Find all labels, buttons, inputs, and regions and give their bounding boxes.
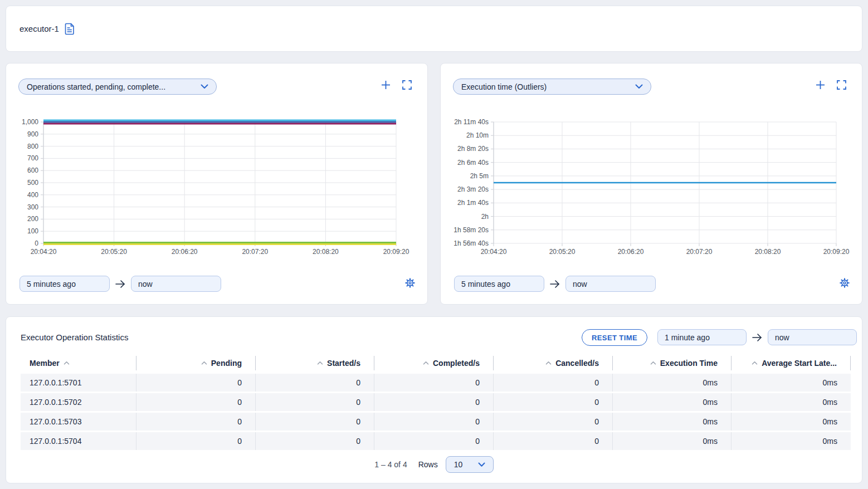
svg-text:20:08:20: 20:08:20 [755,248,781,256]
table-cell: 0 [256,374,374,392]
rows-per-page-select[interactable]: 10 [446,456,494,473]
sort-caret-icon [201,361,207,365]
metric-selector-value: Execution time (Outliers) [461,82,547,91]
table-cell: 0 [494,393,613,411]
executor-title-card: executor-1 [6,6,862,52]
table-row: 127.0.0.1:570300000ms0ms [21,413,851,431]
table-row: 127.0.0.1:570100000ms0ms [21,374,851,392]
svg-text:300: 300 [27,203,38,211]
operations-line-chart: 01002003004005006007008009001,00020:04:2… [9,116,425,262]
time-to-input[interactable] [565,276,656,292]
table-cell: 127.0.0.1:5704 [21,432,136,450]
arrow-right-icon [549,280,560,288]
table-body: 127.0.0.1:570100000ms0ms127.0.0.1:570200… [21,374,851,452]
stats-time-from-input[interactable] [657,329,747,345]
svg-text:20:04:20: 20:04:20 [481,248,507,256]
reset-time-button[interactable]: RESET TIME [582,329,647,346]
sort-caret-icon [64,361,70,365]
table-cell: 0ms [613,393,732,411]
column-header-pending[interactable]: Pending [136,356,256,370]
svg-text:900: 900 [27,130,38,138]
column-header-average-start-late[interactable]: Average Start Late... [732,356,851,370]
add-chart-icon[interactable] [381,80,391,90]
column-header-cancelled-s[interactable]: Cancelled/s [494,356,613,370]
svg-text:20:08:20: 20:08:20 [313,248,339,256]
svg-text:800: 800 [27,143,38,150]
column-header-label: Cancelled/s [555,359,599,368]
table-cell: 127.0.0.1:5701 [21,374,136,392]
document-icon [65,23,75,35]
svg-text:20:04:20: 20:04:20 [31,248,57,256]
table-cell: 0ms [732,413,851,431]
table-cell: 0 [374,374,494,392]
chart-settings-gear-icon[interactable] [840,278,850,290]
column-header-label: Pending [211,359,242,368]
page-title: executor-1 [19,24,59,33]
column-header-label: Member [30,359,60,368]
table-cell: 0 [256,393,374,411]
svg-text:2h 1m 40s: 2h 1m 40s [457,199,489,207]
svg-text:2h 10m: 2h 10m [466,131,489,139]
fullscreen-icon[interactable] [402,80,412,90]
chevron-down-icon [635,84,643,89]
svg-text:2h 6m 40s: 2h 6m 40s [457,159,489,167]
column-header-completed-s[interactable]: Completed/s [374,356,494,370]
svg-text:2h 8m 20s: 2h 8m 20s [457,145,489,153]
svg-text:400: 400 [27,191,38,199]
svg-text:1h 58m 20s: 1h 58m 20s [453,226,489,234]
column-header-label: Execution Time [660,359,718,368]
stats-title: Executor Operation Statistics [21,332,128,342]
table-cell: 0 [136,413,256,431]
table-cell: 0ms [732,374,851,392]
metric-selector-dropdown[interactable]: Execution time (Outliers) [453,79,651,95]
rows-per-page-label: Rows [418,460,438,469]
stats-time-to-input[interactable] [768,329,857,345]
column-header-label: Started/s [327,359,360,368]
table-cell: 0 [494,374,613,392]
svg-text:1,000: 1,000 [22,118,38,126]
sort-caret-icon [752,361,758,365]
svg-text:20:05:20: 20:05:20 [101,248,127,256]
metric-selector-dropdown[interactable]: Operations started, pending, complete... [18,79,217,95]
execution-time-line-chart: 1h 56m 40s1h 58m 20s2h2h 1m 40s2h 3m 20s… [444,116,860,262]
column-header-execution-time[interactable]: Execution Time [613,356,732,370]
table-cell: 0 [374,413,494,431]
svg-text:20:06:20: 20:06:20 [618,248,644,256]
table-cell: 0 [374,393,494,411]
table-cell: 0ms [732,393,851,411]
column-header-member[interactable]: Member [21,356,136,370]
table-row: 127.0.0.1:570200000ms0ms [21,393,851,411]
svg-text:0: 0 [35,239,38,247]
table-cell: 0 [494,413,613,431]
column-header-label: Completed/s [433,359,480,368]
arrow-right-icon [115,280,126,288]
table-cell: 0 [256,432,374,450]
table-cell: 0 [374,432,494,450]
fullscreen-icon[interactable] [837,80,846,90]
svg-text:20:07:20: 20:07:20 [242,248,268,256]
table-cell: 0ms [613,413,732,431]
execution-time-chart-card: Execution time (Outliers) 1h 56m 40s1h 5… [440,63,862,305]
svg-text:200: 200 [27,215,38,223]
svg-text:600: 600 [27,167,38,174]
svg-text:20:06:20: 20:06:20 [172,248,198,256]
sort-caret-icon [545,361,552,365]
pagination-range-label: 1 – 4 of 4 [374,460,407,469]
add-chart-icon[interactable] [816,80,825,90]
table-cell: 0 [494,432,613,450]
svg-text:700: 700 [27,154,38,162]
sort-caret-icon [423,361,429,365]
time-from-input[interactable] [454,276,544,292]
executor-operation-statistics-card: Executor Operation Statistics RESET TIME… [6,316,862,483]
table-cell: 0 [136,432,256,450]
time-from-input[interactable] [19,276,110,292]
column-header-started-s[interactable]: Started/s [256,356,374,370]
sort-caret-icon [650,361,656,365]
time-to-input[interactable] [131,276,221,292]
table-header-row: MemberPendingStarted/sCompleted/sCancell… [21,356,851,370]
table-cell: 0ms [732,432,851,450]
chart-settings-gear-icon[interactable] [405,278,415,290]
sort-caret-icon [317,361,323,365]
svg-text:2h 5m: 2h 5m [470,172,489,180]
svg-text:20:07:20: 20:07:20 [686,248,713,256]
